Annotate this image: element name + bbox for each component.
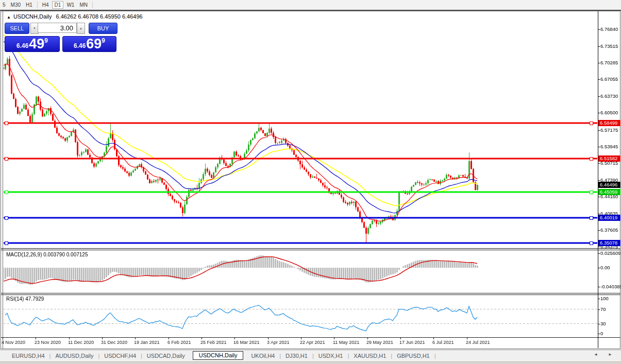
- buy-button[interactable]: BUY: [89, 23, 118, 34]
- timeframe-toolbar: 5M30H1H4D1W1MN: [0, 0, 621, 11]
- timeframe-button-h4[interactable]: H4: [40, 2, 51, 8]
- buy-price-prefix: 6.46: [74, 42, 86, 49]
- chart-title: ▲USDCNH,Daily6.46262 6.46708 6.45950 6.4…: [7, 13, 145, 20]
- chart-tab-dj30[interactable]: DJ30,H1: [281, 353, 312, 359]
- price-axis-tick-label: 6.53945: [600, 144, 621, 149]
- chart-tab-eurusd[interactable]: EURUSD,H4: [7, 353, 49, 359]
- tab-separator: |: [434, 353, 436, 359]
- chart-tab-usdcad[interactable]: USDCAD,Daily: [142, 353, 190, 359]
- chart-tab-xauusd[interactable]: XAUUSD,H1: [349, 353, 391, 359]
- chart-tab-usdx[interactable]: USDX,H1: [314, 353, 348, 359]
- price-axis-tick-label: 6.63730: [600, 94, 621, 99]
- chart-tab-gbpusd[interactable]: GBPUSD,H1: [392, 353, 434, 359]
- date-axis-label: 24 Jul 2021: [466, 340, 490, 345]
- date-axis-label: 29 May 2021: [366, 340, 393, 345]
- price-level-tag: 6.46496: [598, 182, 620, 188]
- price-axis-tick-label: 6.76840: [600, 27, 621, 32]
- date-axis-label: 19 Jan 2021: [134, 340, 160, 345]
- volume-input[interactable]: 3.00: [38, 23, 77, 33]
- date-axis-label: 11 May 2021: [333, 340, 359, 345]
- timeframe-button-5[interactable]: 5: [1, 2, 8, 8]
- timeframe-button-w1[interactable]: W1: [64, 2, 76, 8]
- price-chart-canvas[interactable]: [0, 0, 621, 364]
- price-axis-tick-label: 6.70285: [600, 60, 621, 65]
- price-axis-tick-label: 6.37605: [600, 228, 621, 233]
- price-axis-tick-label: 6.73515: [600, 44, 621, 49]
- date-axis-label: 25 Feb 2021: [200, 340, 227, 345]
- price-level-tag: 6.58499: [598, 120, 620, 126]
- chart-tab-audusd[interactable]: AUDUSD,Daily: [51, 353, 98, 359]
- date-axis-label: 17 Jun 2021: [399, 340, 425, 345]
- rsi-axis-tick-label: 30: [600, 321, 621, 326]
- chart-tab-usdchf[interactable]: USDCHF,H4: [99, 353, 141, 359]
- toolbar-separator: [92, 2, 93, 8]
- macd-indicator-label: MACD(12,26,9) 0.003790 0.007125: [6, 252, 88, 257]
- rsi-axis-tick-label: 70: [600, 307, 621, 312]
- chart-tab-usdcnh[interactable]: USDCNH,Daily: [193, 351, 244, 360]
- timeframe-button-mn[interactable]: MN: [77, 2, 90, 8]
- buy-price-sup: 9: [102, 37, 105, 44]
- buy-price-box[interactable]: 6.46 69 9: [62, 36, 116, 52]
- price-level-tag: 6.51582: [598, 155, 620, 162]
- rsi-indicator-label: RSI(14) 47.7929: [6, 296, 44, 302]
- one-click-trading-panel: SELL ▾ 3.00 ▴ BUY 6.46 49 9 6.46 69 9: [5, 23, 117, 53]
- tab-scroll-arrows[interactable]: ◄ ►: [594, 352, 617, 357]
- date-axis-label: 16 Mar 2021: [233, 340, 260, 345]
- price-axis-tick-label: 6.60500: [600, 110, 621, 115]
- date-axis-label: 11 Dec 2020: [68, 340, 94, 345]
- date-axis-label: 6 Jul 2021: [432, 340, 454, 345]
- date-axis-label: 6 Feb 2021: [167, 340, 191, 345]
- sell-button[interactable]: SELL: [5, 23, 29, 34]
- date-axis-label: 22 Apr 2021: [300, 340, 325, 345]
- date-axis-label: 4 Nov 2020: [2, 340, 25, 345]
- rsi-axis-tick-label: 0: [600, 331, 621, 336]
- chart-tab-bar: EURUSD,H4|AUDUSD,Daily|USDCHF,H4|USDCAD,…: [0, 350, 621, 361]
- chart-symbol-label: USDCNH,Daily: [13, 13, 52, 20]
- price-axis-tick-label: 6.57175: [600, 128, 621, 133]
- timeframe-button-d1[interactable]: D1: [52, 1, 64, 9]
- collapse-chart-icon[interactable]: ▲: [7, 15, 11, 20]
- price-axis-tick-label: 6.67055: [600, 77, 621, 82]
- volume-increase-button[interactable]: ▴: [77, 23, 85, 34]
- date-axis-label: 31 Dec 2020: [101, 340, 127, 345]
- price-level-tag: 6.35078: [598, 240, 620, 246]
- macd-axis-tick-label: 0.00: [600, 265, 621, 270]
- chart-ohlc-values: 6.46262 6.46708 6.45950 6.46496: [56, 13, 142, 20]
- trading-terminal-window: 5M30H1H4D1W1MN ▲USDCNH,Daily6.46262 6.46…: [0, 0, 621, 364]
- sell-price-sup: 9: [44, 37, 48, 44]
- buy-price-big: 69: [86, 38, 102, 50]
- sell-price-prefix: 6.46: [16, 42, 28, 49]
- date-axis-label: 23 Nov 2020: [35, 340, 61, 345]
- toolbar-separator: [37, 2, 38, 8]
- sell-price-box[interactable]: 6.46 49 9: [5, 36, 60, 52]
- status-bar: [0, 360, 621, 364]
- rsi-axis-tick-label: 100: [600, 296, 621, 301]
- sell-price-big: 49: [29, 38, 44, 50]
- date-axis-label: 3 Apr 2021: [267, 340, 290, 345]
- chart-tab-ukoil[interactable]: UKOil,H4: [246, 353, 279, 359]
- macd-axis-tick-label: -0.040385: [600, 284, 621, 289]
- macd-axis-tick-label: 0.025609: [600, 251, 621, 256]
- timeframe-button-h1[interactable]: H1: [24, 2, 35, 8]
- price-level-tag: 6.40019: [598, 215, 620, 221]
- price-level-tag: 6.45059: [598, 189, 620, 195]
- timeframe-button-m30[interactable]: M30: [9, 2, 23, 8]
